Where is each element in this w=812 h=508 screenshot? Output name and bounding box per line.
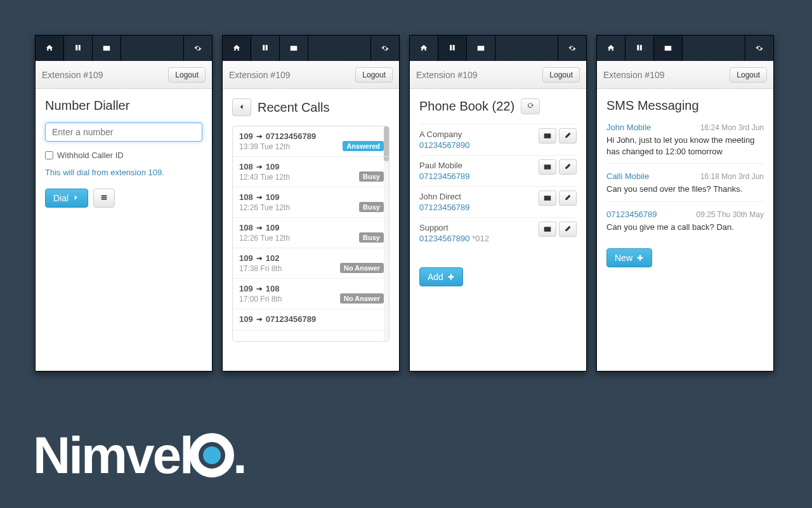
mail-icon[interactable] (654, 36, 683, 61)
sms-item: 0712345678909:25 Thu 30th MayCan you giv… (606, 210, 764, 239)
withhold-label: Withhold Caller ID (57, 150, 124, 160)
sms-item: John Mobile16:24 Mon 3rd JunHi John, jus… (606, 123, 764, 164)
call-item[interactable]: 108 10912:43 Tue 12thBusy (233, 157, 389, 187)
arrow-right-icon (256, 133, 263, 140)
navbar (410, 36, 586, 61)
status-badge: Busy (359, 171, 384, 182)
page-title: Recent Calls (258, 100, 329, 115)
extension-label: Extension #109 (416, 70, 478, 80)
page-title: SMS Messaging (606, 98, 764, 113)
dialler-panel: Extension #109 Logout Number Dialler Wit… (35, 35, 213, 371)
sms-time: 09:25 Thu 30th May (696, 210, 764, 219)
call-item[interactable]: 109 10217:38 Fri 8thNo Answer (233, 248, 389, 279)
message-icon[interactable] (539, 222, 556, 237)
call-item[interactable]: 108 10912:26 Tue 12thBusy (233, 218, 389, 248)
call-list: 109 0712345678913:39 Tue 12thAnswered108… (232, 126, 390, 342)
page-title: Phone Book (22) (419, 99, 514, 114)
sms-time: 16:24 Mon 3rd Jun (700, 123, 764, 132)
edit-icon[interactable] (559, 128, 577, 144)
refresh-button[interactable] (521, 98, 540, 114)
navbar (36, 36, 212, 61)
sms-from[interactable]: 07123456789 (606, 210, 657, 219)
arrow-right-icon (256, 224, 263, 232)
home-icon[interactable] (223, 36, 251, 61)
sms-from[interactable]: Calli Mobile (606, 171, 649, 181)
home-icon[interactable] (36, 36, 64, 61)
home-icon[interactable] (597, 36, 625, 61)
message-icon[interactable] (539, 128, 556, 144)
message-icon[interactable] (539, 190, 556, 206)
edit-icon[interactable] (559, 222, 577, 237)
number-input[interactable] (45, 123, 202, 142)
sms-item: Calli Mobile16:18 Mon 3rd JunCan you sen… (606, 171, 764, 202)
book-icon[interactable] (625, 36, 654, 61)
extension-label: Extension #109 (42, 70, 103, 80)
sms-panel: Extension #109 Logout SMS Messaging John… (596, 35, 774, 371)
logout-button[interactable]: Logout (542, 67, 580, 83)
arrow-right-icon (256, 316, 263, 323)
phonebook-row: John Direct07123456789 (419, 186, 577, 217)
arrow-right-icon (256, 255, 263, 262)
brand-logo: Nimvel. (33, 425, 247, 485)
book-icon[interactable] (251, 36, 280, 61)
call-item[interactable]: 109 07123456789 (233, 309, 389, 331)
subheader: Extension #109 Logout (597, 61, 773, 89)
phonebook-row: Support01234567890 *012 (419, 217, 577, 248)
dial-hint: This will dial from extension 109. (45, 168, 202, 177)
sms-body: Hi John, just to let you know the meetin… (606, 135, 764, 164)
logout-button[interactable]: Logout (168, 67, 206, 83)
navbar (223, 36, 399, 61)
phonebook-row: A Company01234567890 (419, 124, 577, 155)
sms-list: John Mobile16:24 Mon 3rd JunHi John, jus… (606, 123, 764, 239)
call-item[interactable]: 109 10817:00 Fri 8thNo Answer (233, 279, 389, 309)
navbar (597, 36, 773, 61)
status-badge: Answered (343, 141, 384, 151)
logo-o-icon (190, 433, 234, 478)
status-badge: No Answer (340, 293, 384, 304)
list-button[interactable] (93, 189, 115, 208)
edit-icon[interactable] (559, 190, 577, 206)
logout-button[interactable]: Logout (730, 67, 767, 83)
edit-icon[interactable] (559, 159, 577, 175)
arrow-right-icon (256, 194, 263, 201)
extension-label: Extension #109 (603, 70, 665, 80)
add-button[interactable]: Add (419, 267, 463, 286)
gear-icon[interactable] (745, 36, 773, 61)
message-icon[interactable] (539, 159, 556, 175)
home-icon[interactable] (410, 36, 438, 61)
sms-time: 16:18 Mon 3rd Jun (700, 172, 764, 181)
dial-button[interactable]: Dial (45, 189, 88, 208)
phonebook-list: A Company01234567890Paul Mobile071234567… (419, 124, 577, 248)
call-item[interactable]: 109 0712345678913:39 Tue 12thAnswered (233, 126, 389, 157)
logout-button[interactable]: Logout (355, 67, 393, 83)
status-badge: Busy (359, 232, 384, 243)
phonebook-row: Paul Mobile07123456789 (419, 155, 577, 186)
arrow-right-icon (256, 285, 263, 293)
extension-label: Extension #109 (229, 70, 291, 80)
gear-icon[interactable] (183, 36, 212, 61)
sms-body: Can you give me a call back? Dan. (606, 222, 764, 239)
withhold-checkbox[interactable] (45, 151, 53, 159)
recent-calls-panel: Extension #109 Logout Recent Calls 109 0… (222, 35, 400, 371)
new-button[interactable]: New (606, 248, 652, 267)
status-badge: No Answer (340, 263, 384, 273)
subheader: Extension #109 Logout (36, 61, 212, 89)
mail-icon[interactable] (93, 36, 121, 61)
gear-icon[interactable] (370, 36, 399, 61)
subheader: Extension #109 Logout (410, 61, 586, 89)
call-item[interactable]: 108 10912:26 Tue 12thBusy (233, 187, 389, 218)
subheader: Extension #109 Logout (223, 61, 399, 89)
phonebook-panel: Extension #109 Logout Phone Book (22) A … (409, 35, 587, 371)
mail-icon[interactable] (280, 36, 308, 61)
status-badge: Busy (359, 202, 384, 212)
mail-icon[interactable] (467, 36, 495, 61)
back-button[interactable] (232, 98, 251, 116)
book-icon[interactable] (64, 36, 93, 61)
book-icon[interactable] (438, 36, 467, 61)
page-title: Number Dialler (45, 98, 202, 113)
sms-from[interactable]: John Mobile (606, 123, 651, 132)
arrow-right-icon (256, 163, 263, 171)
sms-body: Can you send over the files? Thanks. (606, 184, 764, 202)
gear-icon[interactable] (558, 36, 586, 61)
